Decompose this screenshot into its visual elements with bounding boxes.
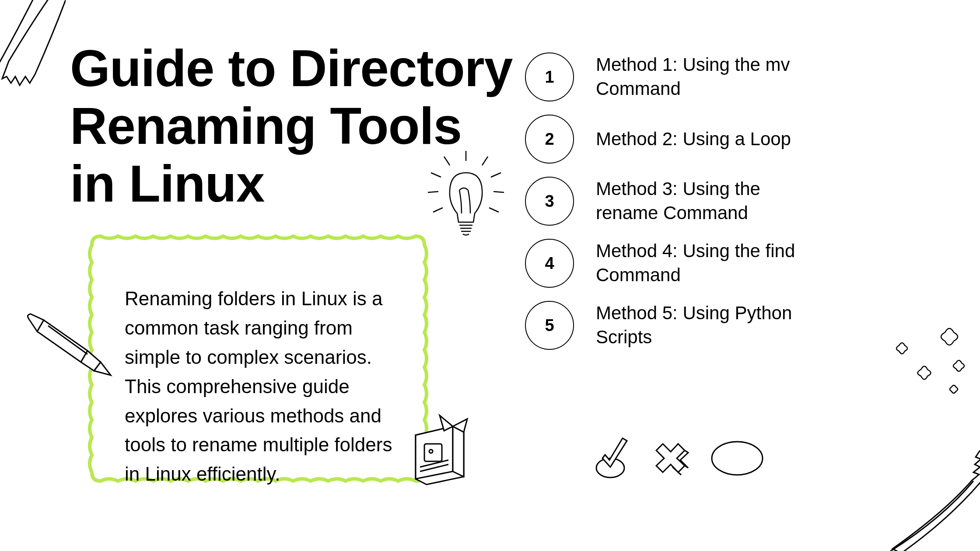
bottom-icons-row [593,437,766,479]
method-label: Method 5: Using Python Scripts [596,301,806,349]
method-label: Method 1: Using the mv Command [596,53,806,101]
svg-line-6 [494,192,504,192]
lightbulb-icon [424,149,508,241]
method-label: Method 4: Using the find Command [596,239,806,287]
method-label: Method 2: Using a Loop [596,127,791,151]
method-number-circle: 2 [525,115,574,164]
description-text: Renaming folders in Linux is a common ta… [125,284,396,489]
method-number-circle: 5 [525,301,574,350]
checkmark-icon [593,437,632,479]
svg-line-4 [491,173,501,177]
svg-line-8 [489,208,499,212]
svg-line-1 [444,157,450,165]
pen-icon [24,310,116,380]
ribbon-decoration-top [0,0,66,92]
svg-point-18 [712,442,763,475]
svg-line-5 [428,192,438,192]
description-box: Renaming folders in Linux is a common ta… [85,245,427,499]
oval-icon [709,439,766,478]
book-icon [402,411,479,488]
svg-line-2 [482,157,488,165]
method-label: Method 3: Using the rename Command [596,177,806,225]
method-number-circle: 4 [525,239,574,288]
methods-list: 1 Method 1: Using the mv Command 2 Metho… [525,52,806,350]
sparkles-icon [879,324,967,402]
method-item-4: 4 Method 4: Using the find Command [525,239,806,288]
cross-icon [650,437,691,479]
method-item-3: 3 Method 3: Using the rename Command [525,177,806,226]
svg-line-7 [433,208,443,212]
ribbon-decoration-bottom [866,446,980,551]
method-item-1: 1 Method 1: Using the mv Command [525,52,806,101]
svg-rect-13 [424,444,442,461]
method-number-circle: 1 [525,52,574,101]
svg-point-14 [429,450,433,453]
method-item-5: 5 Method 5: Using Python Scripts [525,301,806,350]
svg-line-3 [431,173,441,177]
method-item-2: 2 Method 2: Using a Loop [525,115,806,164]
method-number-circle: 3 [525,177,574,226]
